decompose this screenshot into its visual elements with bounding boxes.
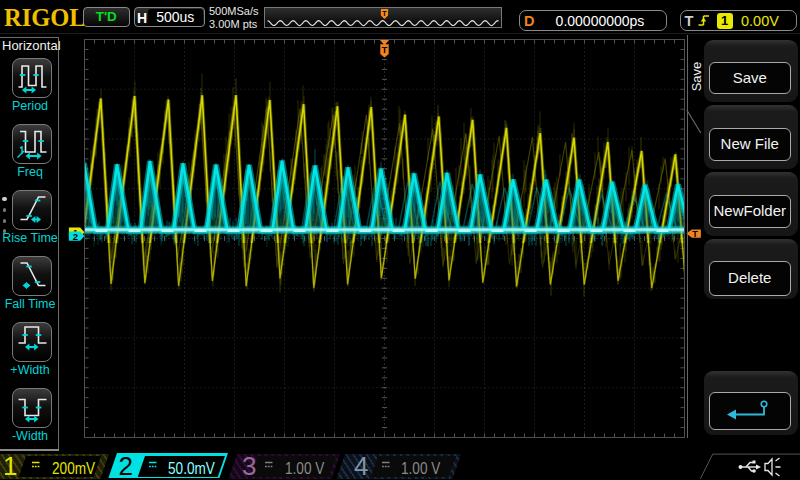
svg-text:T: T [382, 45, 388, 55]
svg-text:T: T [692, 229, 698, 239]
svg-text:2: 2 [73, 231, 78, 242]
